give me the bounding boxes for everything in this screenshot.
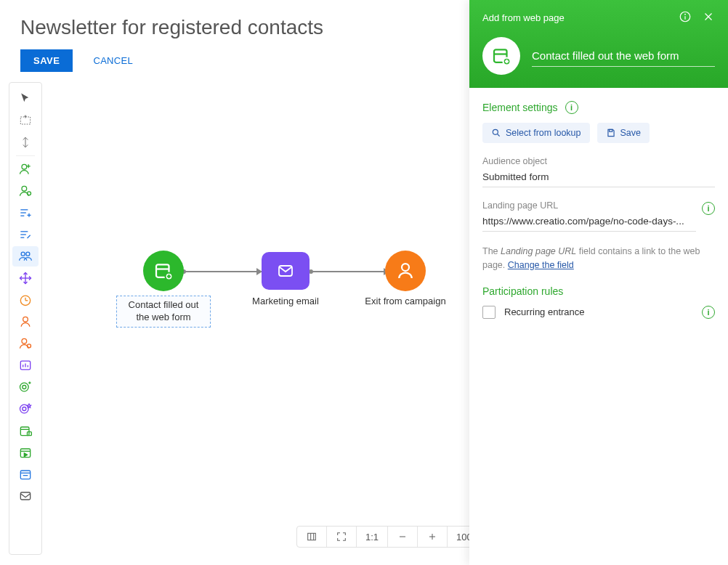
svg-line-72 bbox=[498, 134, 500, 137]
filter-edit-icon[interactable] bbox=[12, 224, 39, 245]
mail-icon[interactable] bbox=[12, 486, 39, 506]
info-icon[interactable]: i bbox=[702, 202, 715, 215]
side-panel: Add from web page Element settings i Sel… bbox=[469, 0, 728, 565]
element-big-icon bbox=[482, 37, 520, 75]
info-icon[interactable]: i bbox=[565, 101, 578, 114]
move-icon[interactable] bbox=[12, 268, 39, 288]
fit-screen-icon[interactable] bbox=[327, 527, 357, 547]
close-icon[interactable] bbox=[692, 10, 715, 25]
svg-point-71 bbox=[493, 129, 498, 134]
tool-palette bbox=[9, 82, 42, 555]
save-button[interactable]: SAVE bbox=[20, 49, 73, 72]
calendar-lock-icon[interactable] bbox=[12, 420, 39, 441]
landing-url-label: Landing page URL bbox=[482, 200, 696, 211]
svg-point-30 bbox=[23, 317, 28, 322]
section-element-settings: Element settings bbox=[482, 102, 558, 113]
add-object-icon[interactable] bbox=[12, 181, 39, 201]
node-exit[interactable]: Exit from campaign bbox=[358, 251, 453, 308]
element-title-input[interactable] bbox=[532, 45, 715, 67]
info-icon[interactable] bbox=[668, 10, 692, 25]
node-start-label[interactable]: Contact filled out the web form bbox=[116, 296, 211, 328]
svg-rect-48 bbox=[20, 471, 30, 479]
landing-url-hint: The Landing page URL field contains a li… bbox=[482, 245, 715, 272]
node-email[interactable]: Marketing email bbox=[238, 252, 333, 308]
exit-object-icon[interactable] bbox=[12, 333, 39, 354]
svg-point-42 bbox=[23, 407, 26, 411]
svg-point-24 bbox=[26, 252, 30, 256]
change-field-link[interactable]: Change the field bbox=[508, 260, 574, 270]
cursor-tool-icon[interactable] bbox=[12, 89, 39, 109]
add-contact-icon[interactable] bbox=[12, 159, 39, 179]
svg-point-38 bbox=[23, 386, 26, 389]
zoom-ratio[interactable]: 1:1 bbox=[357, 527, 388, 547]
target-star-icon[interactable] bbox=[12, 399, 39, 419]
info-icon[interactable]: i bbox=[702, 306, 715, 319]
recurring-entrance-label: Recurring entrance bbox=[504, 306, 585, 317]
svg-rect-57 bbox=[308, 533, 316, 540]
node-exit-label: Exit from campaign bbox=[358, 296, 453, 308]
node-start[interactable]: Contact filled out the web form bbox=[116, 251, 211, 328]
calendar-icon[interactable] bbox=[12, 464, 39, 484]
audience-object-input[interactable] bbox=[482, 169, 715, 187]
filter-add-icon[interactable] bbox=[12, 203, 39, 223]
node-email-label: Marketing email bbox=[238, 296, 333, 308]
zoom-in-button[interactable] bbox=[418, 527, 448, 547]
select-from-lookup-button[interactable]: Select from lookup bbox=[482, 123, 590, 143]
svg-rect-73 bbox=[609, 129, 612, 131]
calendar-play-icon[interactable] bbox=[12, 442, 39, 463]
svg-point-56 bbox=[402, 264, 409, 271]
cancel-button[interactable]: CANCEL bbox=[93, 55, 133, 66]
svg-point-10 bbox=[22, 164, 27, 169]
panel-layout-icon[interactable] bbox=[297, 527, 327, 547]
svg-rect-43 bbox=[20, 427, 29, 436]
svg-rect-51 bbox=[20, 492, 30, 500]
marquee-tool-icon[interactable] bbox=[12, 110, 39, 131]
panel-header-title: Add from web page bbox=[482, 12, 668, 23]
audience-object-label: Audience object bbox=[482, 156, 715, 166]
connector-tool-icon[interactable] bbox=[12, 132, 39, 153]
svg-point-13 bbox=[22, 186, 27, 191]
target-add-icon[interactable] bbox=[12, 377, 39, 397]
exit-contact-icon[interactable] bbox=[12, 312, 39, 332]
svg-point-31 bbox=[22, 338, 27, 344]
section-participation-rules: Participation rules bbox=[482, 285, 563, 297]
svg-point-37 bbox=[20, 383, 29, 391]
panel-save-button[interactable]: Save bbox=[597, 123, 650, 143]
audience-icon[interactable] bbox=[12, 246, 39, 267]
campaign-stat-icon[interactable] bbox=[12, 355, 39, 375]
svg-point-65 bbox=[685, 14, 686, 15]
timer-icon[interactable] bbox=[12, 290, 39, 310]
recurring-entrance-checkbox[interactable] bbox=[482, 306, 496, 319]
zoom-out-button[interactable] bbox=[388, 527, 418, 547]
svg-point-23 bbox=[21, 252, 25, 256]
landing-url-input[interactable] bbox=[482, 214, 696, 232]
